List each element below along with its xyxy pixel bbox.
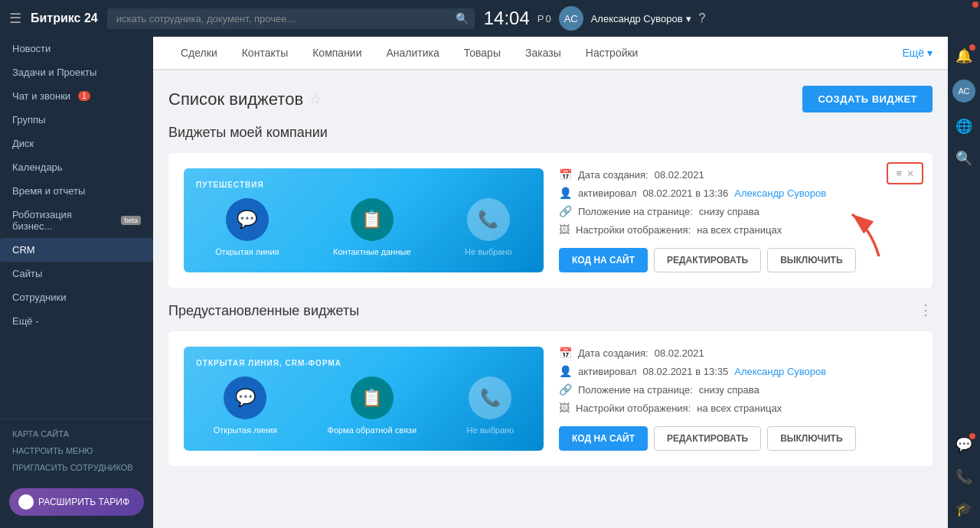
- widget-icon-label-0-2: Не выбрано: [465, 247, 512, 256]
- widget-position-row-1: 🔗 Положение на странице: снизу справа: [559, 383, 917, 396]
- disable-btn-1[interactable]: ВЫКЛЮЧИТЬ: [767, 426, 855, 451]
- date-created-label-1: Дата создания:: [578, 347, 648, 359]
- favorite-star-icon[interactable]: ☆: [309, 91, 322, 108]
- page-content: Список виджетов ☆ СОЗДАТЬ ВИДЖЕТ Виджеты…: [153, 70, 948, 528]
- help-icon[interactable]: ?: [699, 11, 706, 25]
- code-to-site-btn-1[interactable]: КОД НА САЙТ: [559, 426, 648, 451]
- globe-icon[interactable]: 🌐: [951, 113, 977, 139]
- sidebar-item-zadachi[interactable]: Задачи и Проекты: [0, 60, 153, 84]
- edit-btn-1[interactable]: РЕДАКТИРОВАТЬ: [654, 426, 761, 451]
- sidebar-priglasit[interactable]: ПРИГЛАСИТЬ СОТРУДНИКОВ: [0, 459, 153, 476]
- widget-icon-label-1-2: Не выбрано: [467, 425, 514, 435]
- widget-icon-circle-phone-1: 📞: [469, 376, 511, 419]
- sidebar-karta-saita[interactable]: КАРТА САЙТА: [0, 425, 153, 442]
- tab-analitika[interactable]: Аналитика: [374, 37, 452, 70]
- sidebar-item-esche[interactable]: Ещё -: [0, 309, 153, 333]
- topbar-right: 14:04 P 0 АС Александр Суворов ▾ ?: [484, 6, 706, 31]
- widget-card-1: ОТКРЫТАЯ ЛИНИЯ, CRM-ФОРМА 💬 Открытая лин…: [168, 331, 933, 466]
- activated-date-1: 08.02.2021 в 13:35: [642, 366, 728, 377]
- search-input[interactable]: [107, 8, 475, 29]
- date-created-value-0: 08.02.2021: [655, 169, 704, 181]
- current-time: 14:04: [484, 8, 530, 29]
- chat-badge: 1: [78, 91, 90, 101]
- widget-display-row-0: 🖼 Настройки отображения: на всех страниц…: [559, 223, 917, 236]
- expand-plan-button[interactable]: ⬆ РАСШИРИТЬ ТАРИФ: [9, 488, 144, 516]
- user-avatar[interactable]: АС: [559, 6, 583, 31]
- graduate-icon[interactable]: 🎓: [951, 496, 977, 522]
- notifications-icon[interactable]: 🔔: [951, 43, 977, 69]
- activated-user-link-0[interactable]: Александр Суворов: [734, 187, 826, 199]
- sidebar-item-robot[interactable]: Роботизация бизнес... beta: [0, 203, 153, 238]
- tab-tovary[interactable]: Товары: [452, 37, 513, 70]
- right-panel: 🔔 АС 🌐 🔍 💬 📞 🎓: [948, 37, 980, 528]
- calendar-icon-1: 📅: [559, 347, 572, 359]
- widget-icon-0-1: 📋 Контактные данные: [333, 198, 410, 256]
- right-avatar[interactable]: АС: [948, 75, 980, 107]
- tab-nastroiki[interactable]: Настройки: [573, 37, 651, 70]
- widget-icon-1-0: 💬 Открытая линия: [214, 376, 277, 435]
- section-my-widgets: Виджеты моей компании ПУТЕШЕСТВИЯ 💬 Откр…: [168, 125, 933, 288]
- expand-icon: ⬆: [18, 494, 34, 510]
- widget-icon-label-1-0: Открытая линия: [214, 425, 277, 435]
- sidebar-item-novosti[interactable]: Новости: [0, 37, 153, 60]
- section-menu-icon[interactable]: ⋮: [919, 301, 933, 318]
- sidebar-footer: КАРТА САЙТА НАСТРОИТЬ МЕНЮ ПРИГЛАСИТЬ СО…: [0, 419, 153, 482]
- position-value-1: снизу справа: [699, 384, 760, 396]
- sidebar-item-crm[interactable]: CRM: [0, 238, 153, 262]
- widget-position-row-0: 🔗 Положение на странице: снизу справа: [559, 205, 917, 217]
- disable-btn-0[interactable]: ВЫКЛЮЧИТЬ: [767, 248, 855, 272]
- display-value-1: на всех страницах: [697, 403, 782, 414]
- widget-icon-label-0-0: Открытая линия: [215, 247, 279, 256]
- topbar: ☰ Битрикс 24 🔍 14:04 P 0 АС Александр Су…: [0, 0, 980, 37]
- edit-btn-0[interactable]: РЕДАКТИРОВАТЬ: [654, 248, 761, 272]
- activated-user-link-1[interactable]: Александр Суворов: [734, 366, 826, 377]
- tab-kompanii[interactable]: Компании: [300, 37, 374, 70]
- main-layout: Новости Задачи и Проекты Чат и звонки 1 …: [0, 37, 980, 528]
- widget-card-0: ПУТЕШЕСТВИЯ 💬 Открытая линия 📋 Контактны…: [168, 153, 933, 288]
- date-created-label: Дата создания:: [578, 169, 648, 181]
- layers-icon-0: 🖼: [559, 223, 570, 236]
- search-right-icon[interactable]: 🔍: [951, 145, 977, 171]
- widget-activated-row-1: 👤 активировал 08.02.2021 в 13:35 Алексан…: [559, 365, 917, 377]
- tab-sdelki[interactable]: Сделки: [168, 37, 230, 70]
- sidebar-nastroit-menu[interactable]: НАСТРОИТЬ МЕНЮ: [0, 442, 153, 459]
- tab-zakazy[interactable]: Заказы: [513, 37, 573, 70]
- sidebar-item-saity[interactable]: Сайты: [0, 262, 153, 285]
- sidebar: Новости Задачи и Проекты Чат и звонки 1 …: [0, 37, 153, 528]
- widget-preview-0: ПУТЕШЕСТВИЯ 💬 Открытая линия 📋 Контактны…: [184, 168, 544, 272]
- widget-icon-0-0: 💬 Открытая линия: [215, 198, 279, 256]
- sidebar-item-sotrudniki[interactable]: Сотрудники: [0, 285, 153, 309]
- activated-date-0: 08.02.2021 в 13:36: [642, 187, 728, 199]
- create-widget-button[interactable]: СОЗДАТЬ ВИДЖЕТ: [802, 86, 933, 112]
- widget-icon-circle-form-1: 📋: [351, 376, 394, 419]
- display-label-1: Настройки отображения:: [576, 403, 691, 414]
- notification-count[interactable]: P 0: [537, 13, 551, 24]
- calendar-icon: 📅: [559, 168, 572, 181]
- widget-menu-button-0[interactable]: ≡ ✕: [887, 162, 923, 184]
- widget-icon-label-1-1: Форма обратной связи: [328, 425, 417, 435]
- tabs-more-button[interactable]: Ещё ▾: [902, 47, 933, 59]
- sidebar-item-time[interactable]: Время и отчеты: [0, 179, 153, 203]
- link-icon-0: 🔗: [559, 205, 572, 217]
- display-value-0: на всех страницах: [697, 224, 782, 236]
- widget-label-0: ПУТЕШЕСТВИЯ: [196, 181, 531, 189]
- sidebar-item-chat[interactable]: Чат и звонки 1: [0, 84, 153, 108]
- sidebar-item-calendar[interactable]: Календарь: [0, 155, 153, 179]
- tab-kontakty[interactable]: Контакты: [230, 37, 300, 70]
- code-to-site-btn-0[interactable]: КОД НА САЙТ: [559, 248, 648, 272]
- widget-actions-0: КОД НА САЙТ РЕДАКТИРОВАТЬ ВЫКЛЮЧИТЬ: [559, 248, 917, 272]
- sidebar-item-disk[interactable]: Диск: [0, 132, 153, 155]
- menu-icon[interactable]: ☰: [9, 10, 21, 27]
- search-icon: 🔍: [456, 12, 469, 24]
- close-icon: ✕: [906, 168, 914, 179]
- widget-icon-0-2: 📞 Не выбрано: [465, 198, 512, 256]
- sidebar-item-gruppy[interactable]: Группы: [0, 108, 153, 132]
- user-name[interactable]: Александр Суворов ▾: [591, 13, 691, 24]
- widget-info-1: 📅 Дата создания: 08.02.2021 👤 активирова…: [559, 347, 917, 451]
- beta-badge: beta: [121, 216, 141, 225]
- phone-right-icon[interactable]: 📞: [951, 464, 977, 490]
- position-label-1: Положение на странице:: [578, 384, 693, 396]
- chat-right-icon[interactable]: 💬: [951, 432, 977, 458]
- tab-navigation: Сделки Контакты Компании Аналитика Товар…: [153, 37, 948, 70]
- widget-icons-1: 💬 Открытая линия 📋 Форма обратной связи …: [196, 376, 531, 435]
